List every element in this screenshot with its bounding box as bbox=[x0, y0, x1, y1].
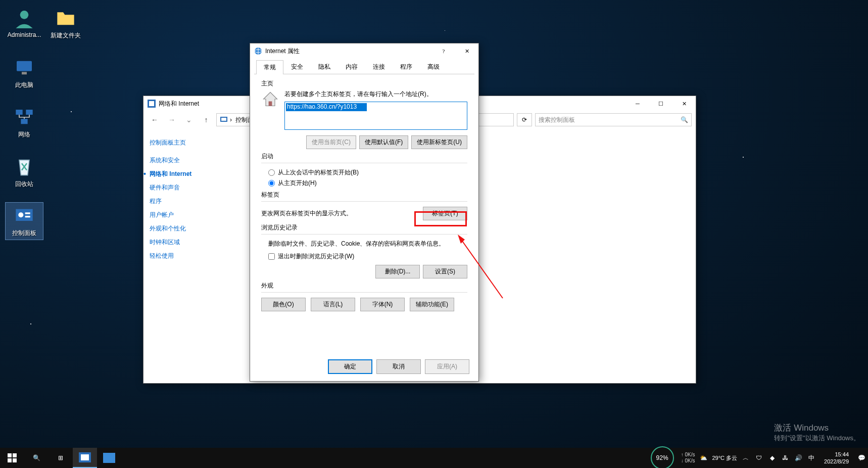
svg-rect-4 bbox=[26, 110, 32, 115]
radio-homepage[interactable] bbox=[268, 180, 275, 186]
sidebar-item-programs[interactable]: 程序 bbox=[150, 197, 228, 206]
weather-text[interactable]: 29°C 多云 bbox=[712, 454, 737, 462]
desktop-icon-thispc[interactable]: 此电脑 bbox=[5, 55, 43, 91]
radio-lastsession[interactable] bbox=[268, 169, 275, 176]
svg-rect-5 bbox=[21, 119, 27, 124]
tab-connections[interactable]: 连接 bbox=[365, 60, 393, 74]
tabs-button[interactable]: 标签页(T) bbox=[423, 207, 467, 220]
forward-button[interactable]: → bbox=[165, 114, 179, 126]
sidebar-item-system[interactable]: 系统和安全 bbox=[150, 156, 228, 165]
divider bbox=[261, 234, 467, 235]
ok-button[interactable]: 确定 bbox=[328, 359, 372, 374]
delete-on-exit-check[interactable]: 退出时删除浏览历史记录(W) bbox=[268, 252, 467, 261]
cancel-button[interactable]: 取消 bbox=[376, 359, 421, 374]
history-desc: 删除临时文件、历史记录、Cookie、保存的密码和网页表单信息。 bbox=[268, 240, 467, 248]
taskview-button[interactable]: ⊞ bbox=[49, 448, 73, 468]
tray-chevron-icon[interactable]: ︿ bbox=[741, 453, 750, 462]
homepage-label: 主页 bbox=[261, 79, 467, 88]
homepage-url-input[interactable]: https://hao.360.cn/?y1013 bbox=[284, 102, 467, 130]
star-decoration bbox=[445, 30, 445, 31]
use-current-button[interactable]: 使用当前页(C) bbox=[306, 135, 356, 149]
tabs-section-label: 标签页 bbox=[261, 191, 467, 199]
search-input[interactable]: 搜索控制面板 🔍 bbox=[535, 113, 692, 126]
tab-strip: 常规 安全 隐私 内容 连接 程序 高级 bbox=[254, 60, 474, 74]
fonts-button[interactable]: 字体(N) bbox=[360, 298, 405, 311]
tray-ime-icon[interactable]: 中 bbox=[807, 453, 816, 462]
network-meter[interactable]: ↑ 0K/s ↓ 0K/s bbox=[681, 452, 695, 464]
sidebar-item-network[interactable]: 网络和 Internet bbox=[150, 170, 228, 178]
maximize-button[interactable]: ☐ bbox=[649, 96, 672, 111]
taskbar: 🔍 ⊞ 92% ↑ 0K/s ↓ 0K/s ⛅ 29°C 多云 ︿ 🛡 ◆ 🖧 … bbox=[0, 448, 868, 468]
use-default-button[interactable]: 使用默认值(F) bbox=[359, 135, 408, 149]
use-newtab-button[interactable]: 使用新标签页(U) bbox=[411, 135, 467, 149]
desktop-icon-network[interactable]: 网络 bbox=[5, 104, 43, 141]
start-button[interactable] bbox=[0, 448, 24, 468]
close-button[interactable]: ✕ bbox=[672, 96, 696, 111]
tab-programs[interactable]: 程序 bbox=[393, 60, 420, 74]
search-button[interactable]: 🔍 bbox=[24, 448, 49, 468]
minimize-button[interactable]: ─ bbox=[626, 96, 649, 111]
svg-rect-2 bbox=[22, 72, 27, 74]
up-button[interactable]: ↑ bbox=[199, 114, 213, 126]
sidebar-home-link[interactable]: 控制面板主页 bbox=[150, 138, 228, 147]
controlpanel-icon bbox=[13, 205, 35, 227]
taskbar-app-settings[interactable] bbox=[97, 448, 121, 468]
sidebar-item-users[interactable]: 用户帐户 bbox=[150, 211, 228, 219]
colors-button[interactable]: 颜色(O) bbox=[261, 298, 306, 311]
recent-button[interactable]: ⌄ bbox=[182, 114, 196, 126]
history-label: 浏览历史记录 bbox=[261, 223, 467, 232]
home-icon bbox=[261, 90, 279, 108]
refresh-button[interactable]: ⟳ bbox=[517, 113, 532, 126]
recycle-icon bbox=[13, 156, 35, 178]
startup-label: 启动 bbox=[261, 152, 467, 161]
desktop-icon-recycle[interactable]: 回收站 bbox=[5, 154, 43, 191]
network-icon bbox=[13, 106, 35, 128]
sidebar: 控制面板主页 系统和安全 网络和 Internet 硬件和声音 程序 用户帐户 … bbox=[143, 128, 234, 383]
taskbar-app-controlpanel[interactable] bbox=[73, 448, 97, 468]
tray-app-icon[interactable]: ◆ bbox=[767, 453, 777, 462]
dialog-titlebar[interactable]: Internet 属性 ? ✕ bbox=[250, 43, 478, 59]
tray-volume-icon[interactable]: 🔊 bbox=[794, 453, 803, 462]
sidebar-item-ease[interactable]: 轻松使用 bbox=[150, 252, 228, 260]
svg-rect-16 bbox=[269, 102, 272, 106]
tab-advanced[interactable]: 高级 bbox=[420, 60, 447, 74]
dialog-close-button[interactable]: ✕ bbox=[455, 43, 478, 59]
weather-tray[interactable]: ⛅ bbox=[699, 453, 708, 462]
search-icon: 🔍 bbox=[681, 116, 688, 123]
desktop-icon-newfolder[interactable]: 新建文件夹 bbox=[46, 5, 85, 42]
svg-rect-1 bbox=[17, 61, 32, 71]
tray-network-icon[interactable]: 🖧 bbox=[781, 453, 790, 462]
delete-button[interactable]: 删除(D)... bbox=[375, 265, 420, 278]
tabs-desc: 更改网页在标签页中的显示方式。 bbox=[261, 209, 352, 218]
taskbar-clock[interactable]: 15:44 2022/8/29 bbox=[820, 451, 853, 465]
star-decoration bbox=[71, 111, 72, 112]
divider bbox=[261, 163, 467, 163]
window-icon bbox=[148, 100, 156, 108]
tab-privacy[interactable]: 隐私 bbox=[311, 60, 338, 74]
sidebar-item-hardware[interactable]: 硬件和声音 bbox=[150, 183, 228, 192]
sidebar-item-appearance[interactable]: 外观和个性化 bbox=[150, 224, 228, 233]
accessibility-button[interactable]: 辅助功能(E) bbox=[410, 298, 454, 311]
language-button[interactable]: 语言(L) bbox=[311, 298, 355, 311]
folder-icon bbox=[55, 7, 77, 29]
history-settings-button[interactable]: 设置(S) bbox=[423, 265, 467, 278]
svg-rect-21 bbox=[8, 458, 12, 462]
tray-security-icon[interactable]: 🛡 bbox=[754, 453, 763, 462]
tab-content[interactable]: 内容 bbox=[338, 60, 365, 74]
notifications-button[interactable]: 💬 bbox=[857, 453, 866, 462]
internet-properties-dialog: Internet 属性 ? ✕ 常规 安全 隐私 内容 连接 程序 高级 主页 … bbox=[250, 43, 479, 382]
back-button[interactable]: ← bbox=[148, 114, 162, 126]
sidebar-item-clock[interactable]: 时钟和区域 bbox=[150, 238, 228, 247]
desktop-icon-controlpanel[interactable]: 控制面板 bbox=[5, 202, 43, 240]
desktop-icon-administrator[interactable]: Administra... bbox=[5, 5, 43, 40]
svg-point-0 bbox=[20, 11, 29, 19]
startup-radio-homepage[interactable]: 从主页开始(H) bbox=[268, 179, 467, 188]
tab-security[interactable]: 安全 bbox=[283, 60, 311, 74]
svg-rect-13 bbox=[221, 118, 226, 121]
checkbox-delete-on-exit[interactable] bbox=[268, 253, 275, 260]
startup-radio-lastsession[interactable]: 从上次会话中的标签页开始(B) bbox=[268, 168, 467, 177]
apply-button[interactable]: 应用(A) bbox=[425, 359, 469, 374]
performance-meter[interactable]: 92% bbox=[651, 446, 674, 468]
help-button[interactable]: ? bbox=[432, 43, 455, 59]
tab-general[interactable]: 常规 bbox=[256, 60, 283, 74]
